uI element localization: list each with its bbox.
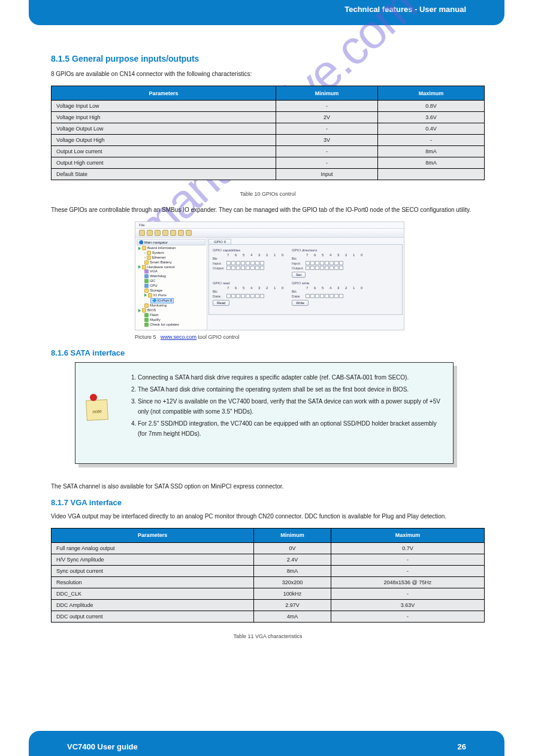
group-write: GPIO write 7 6 5 4 3 2 1 0 Bit: Data: Wr… [292,281,365,306]
vga-table: Parameters Minimum Maximum Full range An… [51,528,485,623]
header-context: Technical features - User manual [344,5,466,14]
table-row: DDC_CLK100kHz- [52,588,485,599]
tree-selected-ioport0[interactable]: 🔷 IO-Port 0 [150,298,174,304]
table-row: Voltage Output Low-0.4V [52,123,485,135]
table-row: Output High current-8mA [52,157,485,169]
col-param: Parameters [52,86,276,101]
nav-pane: 🔵 Main navigator Board information › Sys… [135,238,207,330]
app-main: GPIO 0 GPIO capabilities 7 6 5 4 3 2 1 0… [207,238,404,330]
col-max: Maximum [377,86,484,101]
gpio-panel: GPIO capabilities 7 6 5 4 3 2 1 0 Bit: I… [208,244,403,315]
table-row: Resolution320x2002048x1536 @ 75Hz [52,576,485,588]
note-item: Since no +12V is available on the VC7400… [138,396,441,417]
vga-table-caption: Table 11 VGA characteristics [51,633,485,639]
footer-title: VC7400 User guide [67,742,138,751]
write-button[interactable]: Write [292,300,309,306]
toolbar-icon[interactable] [162,230,168,236]
gpio-table: Parameters Minimum Maximum Voltage Input… [51,86,485,180]
col-min: Minimum [254,528,331,542]
toolbar-icon[interactable] [186,230,192,236]
group-caps: GPIO capabilities 7 6 5 4 3 2 1 0 Bit: I… [213,248,286,271]
section-title-sata: 8.1.6 SATA interface [51,348,485,357]
read-button[interactable]: Read [213,300,229,306]
col-min: Minimum [276,86,378,101]
table-row: DDC Amplitude2.97V3.63V [52,599,485,611]
seco-tool-screenshot: File 🔵 Main navigator Board information … [135,221,404,330]
toolbar-icon[interactable] [147,230,153,236]
table-row: Voltage Input Low-0.8V [52,101,485,112]
col-param: Parameters [52,528,254,542]
section-title-vga: 8.1.7 VGA interface [51,498,485,507]
note-box: note Connecting a SATA hard disk drive r… [75,362,454,464]
table-row: DDC output current4mA- [52,611,485,622]
app-menubar[interactable]: File [135,222,404,229]
top-banner: Technical features - User manual [29,0,504,25]
table-row: Sync output current8mA- [52,565,485,576]
table-row: Voltage Output High3V- [52,135,485,146]
table-row: Voltage Input High2V3.6V [52,112,485,123]
page-content: 8.1.5 General purpose inputs/outputs 8 G… [51,54,485,648]
section-title-gpio: 8.1.5 General purpose inputs/outputs [51,54,485,63]
table-row: H/V Sync Amplitude2.4V- [52,554,485,565]
app-toolbar[interactable] [135,229,404,238]
tab-gpio[interactable]: GPIO 0 [208,239,231,244]
gpio-under-text: These GPIOs are controllable through an … [51,205,485,214]
nav-title: 🔵 Main navigator [137,239,205,245]
toolbar-icon[interactable] [170,230,176,236]
note-item: Connecting a SATA hard disk drive requir… [138,372,441,382]
page-number: 26 [458,742,466,751]
gpio-intro: 8 GPIOs are available on CN14 connector … [51,69,485,78]
sata-after-text: The SATA channel is also available for S… [51,482,485,491]
note-item: For 2.5" SSD/HDD integration, the VC7400… [138,418,441,439]
bottom-banner: VC7400 User guide 26 [29,731,504,756]
set-button[interactable]: Set [292,272,306,278]
group-dir: GPIO directions 7 6 5 4 3 2 1 0 Bit: Inp… [292,248,365,278]
gpio-table-caption: Table 10 GPIOs control [51,191,485,197]
nav-tree[interactable]: Board information › System › Ethernet Sm… [137,246,205,327]
table-row: Full range Analog output0V0.7V [52,542,485,554]
group-read: GPIO read 7 6 5 4 3 2 1 0 Bit: Data: Rea… [213,281,286,306]
table-row: Output Low current-8mA [52,146,485,157]
col-max: Maximum [331,528,484,542]
toolbar-icon[interactable] [155,230,161,236]
toolbar-icon[interactable] [139,230,145,236]
note-icon: note [86,397,110,421]
vga-text: Video VGA output may be interfaced direc… [51,512,485,521]
toolbar-icon[interactable] [178,230,184,236]
note-item: The SATA hard disk drive containing the … [138,384,441,394]
seco-link[interactable]: www.seco.com [161,334,197,340]
screenshot-caption: Picture 5 www.seco.com tool GPIO control [135,334,485,340]
table-row: Default StateInput [52,169,485,180]
